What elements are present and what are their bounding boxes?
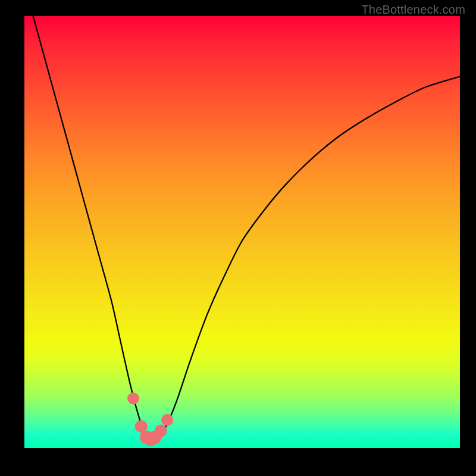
chart-frame: TheBottleneck.com bbox=[0, 0, 476, 476]
plot-area bbox=[24, 16, 460, 448]
watermark-text: TheBottleneck.com bbox=[361, 3, 465, 17]
trough-marker bbox=[161, 414, 173, 426]
trough-marker bbox=[140, 431, 153, 444]
curve-svg bbox=[24, 16, 460, 448]
trough-marker bbox=[144, 433, 158, 446]
trough-marker bbox=[127, 393, 139, 405]
trough-markers bbox=[127, 393, 173, 446]
trough-marker bbox=[135, 420, 148, 433]
bottleneck-curve bbox=[33, 16, 460, 440]
trough-marker bbox=[155, 424, 167, 437]
trough-marker bbox=[149, 431, 162, 444]
